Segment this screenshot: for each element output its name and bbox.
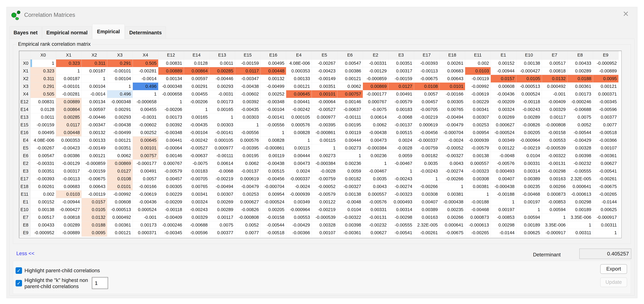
cell-E17-X1[interactable]: -0.00113 [56, 175, 82, 182]
cell-E3-E14[interactable]: 0.00183 [184, 167, 209, 175]
cell-E14-E5[interactable]: -0.00527 [312, 106, 337, 113]
cell-E8-E4[interactable]: -0.00429 [286, 221, 312, 229]
cell-E10-E8[interactable]: 0.00189 [567, 206, 593, 214]
cell-X3-X1[interactable]: -0.00101 [56, 82, 82, 90]
cell-X4-E6[interactable]: 0.00757 [337, 90, 363, 98]
cell-E16-E11[interactable]: 0.00954 [465, 129, 490, 136]
cell-E9-E2[interactable]: 0.00627 [363, 229, 388, 236]
cell-E18-E13[interactable]: -0.00494 [209, 182, 235, 190]
tab-empirical-normal[interactable]: Empirical normal [42, 26, 92, 38]
cell-E17-E2[interactable]: 0.0035 [363, 175, 388, 182]
cell-E18-X0[interactable]: 0.00261 [30, 182, 56, 190]
cell-E16-E9[interactable]: -0.00518 [593, 129, 618, 136]
cell-X4-E18[interactable]: -0.00166 [440, 90, 465, 98]
cell-E17-E8[interactable]: 2.32E-005 [567, 175, 593, 182]
cell-E6-E4[interactable]: 0.00444 [286, 152, 312, 160]
cell-E7-E2[interactable]: -0.00131 [363, 214, 388, 221]
cell-E14-X2[interactable]: 0.00597 [82, 106, 107, 113]
cell-E5-E5[interactable]: 1 [312, 144, 337, 152]
cell-X0-E4[interactable]: 4.08E-006 [286, 59, 312, 67]
cell-E11-X3[interactable]: -0.00992 [107, 190, 132, 198]
cell-X3-E9[interactable]: 0.00121 [593, 82, 618, 90]
cell-E6-E9[interactable]: -0.00361 [593, 152, 618, 160]
cell-E2-E9[interactable]: 0.00627 [593, 160, 618, 167]
cell-E9-X1[interactable]: -0.00889 [56, 229, 82, 236]
cell-E13-E4[interactable]: 0.000105 [286, 113, 312, 121]
cell-X1-E15[interactable]: 0.0117 [235, 67, 260, 75]
cell-E4-E3[interactable]: 0.0024 [388, 136, 414, 144]
cell-E17-E6[interactable]: 0.00182 [337, 175, 363, 182]
cell-E9-E16[interactable]: -0.00518 [260, 229, 286, 236]
cell-X0-E15[interactable]: -0.00159 [235, 59, 260, 67]
cell-E14-E1[interactable]: 0.00324 [490, 106, 516, 113]
cell-X2-E18[interactable]: 0.00643 [440, 75, 465, 82]
cell-X2-E12[interactable]: 0.00134 [158, 75, 184, 82]
cell-X2-E2[interactable]: -0.000859 [363, 75, 388, 82]
cell-X3-E2[interactable]: 0.00869 [363, 82, 388, 90]
cell-E15-E12[interactable]: 0.00392 [158, 121, 184, 129]
cell-E10-E17[interactable]: 0.00389 [414, 206, 440, 214]
cell-E16-E8[interactable]: -0.00544 [567, 129, 593, 136]
cell-X2-X4[interactable]: -0.0014 [132, 75, 158, 82]
cell-E9-E13[interactable]: 0.00377 [209, 229, 235, 236]
cell-E4-E7[interactable]: 0.00553 [542, 136, 567, 144]
cell-E7-E15[interactable]: -0.000808 [235, 214, 260, 221]
cell-X2-X3[interactable]: 0.00104 [107, 75, 132, 82]
cell-X3-E12[interactable]: -0.000348 [158, 82, 184, 90]
cell-E12-E8[interactable]: -0.000246 [567, 98, 593, 106]
cell-E7-E16[interactable]: -0.00158 [260, 214, 286, 221]
cell-E16-X1[interactable]: 0.00448 [56, 129, 82, 136]
cell-E13-E1[interactable]: 0.00269 [490, 113, 516, 121]
cell-E8-E18[interactable]: 0.000641 [440, 221, 465, 229]
cell-E11-E5[interactable]: -0.00579 [312, 190, 337, 198]
cell-X2-X0[interactable]: 0.311 [30, 75, 56, 82]
cell-E18-X4[interactable]: -0.00166 [132, 182, 158, 190]
cell-E11-E15[interactable]: 0.00253 [235, 190, 260, 198]
cell-E12-E3[interactable]: -0.00579 [388, 98, 414, 106]
cell-E18-E7[interactable]: 0.00266 [542, 182, 567, 190]
cell-E6-E14[interactable]: -0.00637 [184, 152, 209, 160]
cell-E8-E14[interactable]: -0.00688 [184, 221, 209, 229]
cell-E7-X4[interactable]: -0.001 [132, 214, 158, 221]
cell-X2-E11[interactable]: -0.00119 [465, 75, 490, 82]
cell-E2-X1[interactable]: -0.00129 [56, 160, 82, 167]
cell-X1-X3[interactable]: -0.00101 [107, 67, 132, 75]
cell-E6-E15[interactable]: 0.00195 [235, 152, 260, 160]
cell-E17-E11[interactable]: 0.00308 [465, 175, 490, 182]
cell-E2-E15[interactable]: 0.0062 [235, 160, 260, 167]
cell-E3-E3[interactable]: 1 [388, 167, 414, 175]
cell-E14-E11[interactable]: 0.00341 [465, 106, 490, 113]
cell-E12-X2[interactable]: 0.00134 [82, 98, 107, 106]
cell-X0-E12[interactable]: 0.00831 [158, 59, 184, 67]
cell-X0-E5[interactable]: -0.00267 [312, 59, 337, 67]
cell-E8-E11[interactable]: -0.000613 [465, 221, 490, 229]
cell-E12-E4[interactable]: 0.00441 [286, 98, 312, 106]
cell-E3-E15[interactable]: -0.00137 [235, 167, 260, 175]
cell-E3-E18[interactable]: -0.00274 [440, 167, 465, 175]
cell-E9-E8[interactable]: 0.00311 [567, 229, 593, 236]
cell-E17-X4[interactable]: 0.0057 [132, 175, 158, 182]
cell-E11-E17[interactable]: 0.00308 [414, 190, 440, 198]
cell-E14-E4[interactable]: -0.00242 [286, 106, 312, 113]
cell-E14-X0[interactable]: 0.0128 [30, 106, 56, 113]
cell-E10-X3[interactable]: -0.000513 [107, 206, 132, 214]
cell-E18-X3[interactable]: 0.0101 [107, 182, 132, 190]
cell-E4-E13[interactable]: 0.000105 [209, 136, 235, 144]
cell-E11-X4[interactable]: -0.00619 [132, 190, 158, 198]
cell-E12-E2[interactable]: 0.000767 [363, 98, 388, 106]
export-button[interactable]: Export [600, 264, 627, 274]
cell-E2-E6[interactable]: 0.00236 [337, 160, 363, 167]
cell-X1-E9[interactable]: -0.00889 [593, 67, 618, 75]
cell-E15-E9[interactable]: 0.0077 [593, 121, 618, 129]
cell-E5-X0[interactable]: -0.00267 [30, 144, 56, 152]
cell-X0-E17[interactable]: -0.00393 [414, 59, 440, 67]
cell-X4-E1[interactable]: -0.00436 [490, 90, 516, 98]
cell-E1-X1[interactable]: -0.00944 [56, 198, 82, 206]
cell-E1-E2[interactable]: -0.00576 [363, 198, 388, 206]
cell-E18-E9[interactable]: -0.00675 [593, 182, 618, 190]
cell-X1-E6[interactable]: 0.00386 [337, 67, 363, 75]
cell-E6-E6[interactable]: 1 [337, 152, 363, 160]
cell-E11-X2[interactable]: -0.00119 [82, 190, 107, 198]
cell-X3-X2[interactable]: 0.00104 [82, 82, 107, 90]
cell-E8-X2[interactable]: 0.0188 [82, 221, 107, 229]
